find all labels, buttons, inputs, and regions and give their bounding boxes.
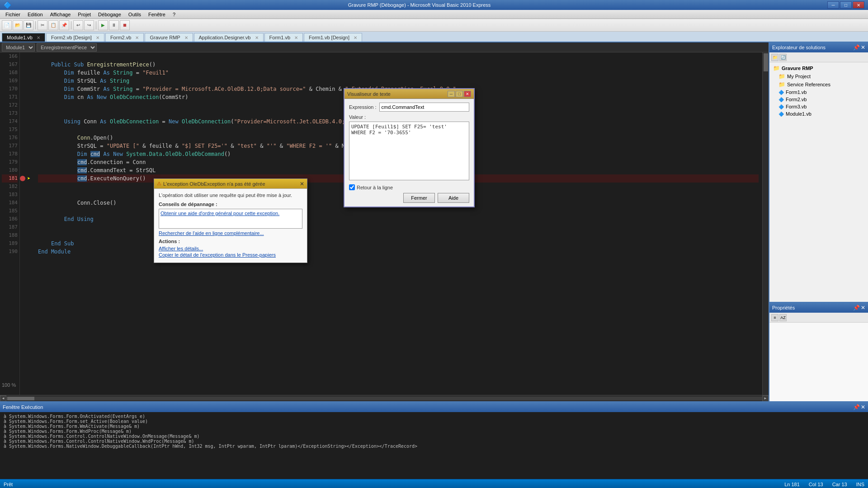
hscroll-left-btn[interactable]: ◄ <box>0 395 6 402</box>
tb-stop-button[interactable]: ⏹ <box>120 20 130 30</box>
tab-form1-design[interactable]: Form1.vb [Design] ✕ <box>304 33 362 42</box>
tab-form1vb[interactable]: Form1.vb ✕ <box>264 33 303 42</box>
tab-grmpvb-close[interactable]: ✕ <box>184 35 188 40</box>
tab-module1vb[interactable]: Module1.vb ✕ <box>2 33 45 42</box>
execution-arrow: ➤ <box>27 174 34 183</box>
prop-sort-cat-btn[interactable]: ≡ <box>771 314 778 321</box>
tv-title-buttons: ─ □ ✕ <box>448 91 471 97</box>
tb-cut-button[interactable]: ✂ <box>38 20 47 30</box>
exc-close-icon[interactable]: ✕ <box>300 181 304 187</box>
exec-header: Fenêtre Exécution 📌 ✕ <box>0 402 868 412</box>
tree-item-service-references[interactable]: 📁 Service References <box>771 80 866 89</box>
tab-module1vb-close[interactable]: ✕ <box>37 35 40 40</box>
tv-minimize-button[interactable]: ─ <box>448 91 455 97</box>
se-tb-btn2[interactable]: 🔄 <box>779 54 787 61</box>
se-toolbar: 📁 🔄 <box>769 52 868 62</box>
tv-wrap-checkbox[interactable] <box>349 184 355 190</box>
menu-fichier[interactable]: Fichier <box>2 11 24 18</box>
tb-undo-button[interactable]: ↩ <box>73 20 83 30</box>
exec-line4: à System.Windows.Forms.Form.WndProc(Mess… <box>4 429 864 434</box>
exec-window: Fenêtre Exécution 📌 ✕ à System.Windows.F… <box>0 401 868 479</box>
tb-new-button[interactable]: 📄 <box>2 20 12 30</box>
tb-sep3 <box>96 21 96 29</box>
tv-maximize-button[interactable]: □ <box>456 91 463 97</box>
code-arrow-empty4 <box>27 77 34 85</box>
tab-form2-design[interactable]: Form2.vb [Design] ✕ <box>46 33 104 42</box>
tv-value-textarea[interactable]: UPDATE [Feuil1$] SET F25= 'test' WHERE F… <box>349 122 469 180</box>
close-button[interactable]: ✕ <box>853 1 864 9</box>
tree-item-form3vb[interactable]: 🔷 Form3.vb <box>771 103 866 110</box>
exc-title-left: ⚠ L'exception OleDbException n'a pas été… <box>157 181 265 187</box>
hscroll-track <box>6 397 762 400</box>
tb-copy-button[interactable]: 📋 <box>48 20 58 30</box>
minimize-button[interactable]: ─ <box>827 1 839 9</box>
tb-paste-button[interactable]: 📌 <box>59 20 69 30</box>
tree-item-gravure-rmp[interactable]: 📁 Gravure RMP <box>771 64 866 72</box>
tb-open-button[interactable]: 📂 <box>13 20 23 30</box>
tv-close-btn[interactable]: Fermer <box>403 193 435 203</box>
exception-action1-link[interactable]: Afficher les détails... <box>159 246 302 251</box>
tab-form1-design-close[interactable]: ✕ <box>354 35 357 40</box>
tab-module1vb-label: Module1.vb <box>7 35 33 40</box>
exception-tip-link[interactable]: Obtenir une aide d'ordre général pour ce… <box>160 211 301 216</box>
scrollbar-thumb[interactable] <box>764 53 768 71</box>
tb-run-button[interactable]: ▶ <box>98 20 108 30</box>
prop-sort-az-btn[interactable]: AZ <box>779 314 787 321</box>
tab-appdesigner[interactable]: Application.Designer.vb ✕ <box>194 33 264 42</box>
tb-redo-button[interactable]: ↪ <box>84 20 94 30</box>
menu-debogage[interactable]: Débogage <box>94 11 125 18</box>
code-arrow-empty9 <box>27 117 34 126</box>
tree-item-module1vb[interactable]: 🔷 Module1.vb <box>771 110 866 117</box>
prop-close-button[interactable]: ✕ <box>861 305 865 311</box>
se-tb-btn1[interactable]: 📁 <box>771 54 778 61</box>
tb-pause-button[interactable]: ⏸ <box>109 20 119 30</box>
vertical-scrollbar[interactable] <box>762 52 769 395</box>
menu-outils[interactable]: Outils <box>125 11 145 18</box>
exec-controls: 📌 ✕ <box>853 404 865 410</box>
tv-close-button[interactable]: ✕ <box>464 91 471 97</box>
menu-projet[interactable]: Projet <box>74 11 94 18</box>
hscroll-right-btn[interactable]: ► <box>762 395 769 402</box>
status-right: Ln 181 Col 13 Car 13 INS <box>784 482 864 487</box>
tb-save-button[interactable]: 💾 <box>24 20 33 30</box>
menu-affichage[interactable]: Affichage <box>47 11 75 18</box>
exc-dialog-title: L'exception OleDbException n'a pas été g… <box>163 181 265 187</box>
tab-form2-design-close[interactable]: ✕ <box>96 35 99 40</box>
line-numbers: 166167168169170 171172173174175 17617717… <box>0 52 20 395</box>
exec-title: Fenêtre Exécution <box>3 404 43 410</box>
tv-expression-input[interactable] <box>379 103 469 112</box>
code-arrow-empty3 <box>27 69 34 77</box>
tv-expression-label: Expression : <box>349 104 377 110</box>
maximize-button[interactable]: □ <box>840 1 852 9</box>
menu-fenetre[interactable]: Fenêtre <box>145 11 169 18</box>
exec-content-area: à System.Windows.Forms.Form.OnActivated(… <box>0 412 868 480</box>
tab-form2vb[interactable]: Form2.vb ✕ <box>105 33 144 42</box>
module1vb-icon: 🔷 <box>778 112 784 117</box>
tree-label-gravure-rmp: Gravure RMP <box>782 66 813 71</box>
hscroll-thumb[interactable] <box>7 397 34 400</box>
tab-form1vb-close[interactable]: ✕ <box>294 35 298 40</box>
tab-form1vb-label: Form1.vb <box>269 35 290 40</box>
method-selector[interactable]: EnregistrementPiece <box>37 43 97 52</box>
prop-content <box>769 323 868 401</box>
exception-action2-link[interactable]: Copier le détail de l'exception dans le … <box>159 252 302 258</box>
exec-pin-button[interactable]: 📌 <box>853 404 860 410</box>
tree-item-form2vb[interactable]: 🔷 Form2.vb <box>771 96 866 103</box>
menu-edition[interactable]: Edition <box>24 11 47 18</box>
se-close-button[interactable]: ✕ <box>861 44 865 51</box>
exec-close-button[interactable]: ✕ <box>861 404 865 410</box>
tab-form2vb-close[interactable]: ✕ <box>135 35 139 40</box>
tv-help-btn[interactable]: Aide <box>438 193 469 203</box>
se-pin-button[interactable]: 📌 <box>853 44 860 51</box>
exception-search-link[interactable]: Rechercher de l'aide en ligne complément… <box>159 230 302 236</box>
prop-pin-button[interactable]: 📌 <box>853 305 860 311</box>
tree-item-form1vb[interactable]: 🔷 Form1.vb <box>771 89 866 96</box>
tab-grmpvb[interactable]: Gravure RMP ✕ <box>145 33 193 42</box>
menu-help[interactable]: ? <box>169 11 179 18</box>
module-selector[interactable]: Module1 <box>2 43 35 52</box>
form1vb-icon: 🔷 <box>778 90 784 95</box>
tree-item-myproject[interactable]: 📁 My Project <box>771 72 866 80</box>
code-arrow-empty5 <box>27 85 34 93</box>
horizontal-scrollbar[interactable]: ◄ ► <box>0 395 769 401</box>
tab-appdesigner-close[interactable]: ✕ <box>255 35 259 40</box>
